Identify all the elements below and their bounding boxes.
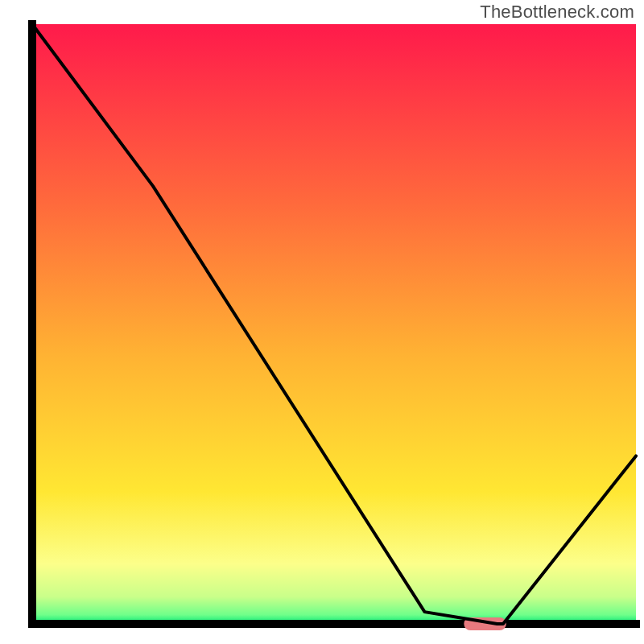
watermark-text: TheBottleneck.com	[480, 2, 634, 23]
plot-background	[32, 24, 636, 624]
chart-canvas: TheBottleneck.com	[0, 0, 644, 644]
chart-svg	[0, 0, 644, 644]
